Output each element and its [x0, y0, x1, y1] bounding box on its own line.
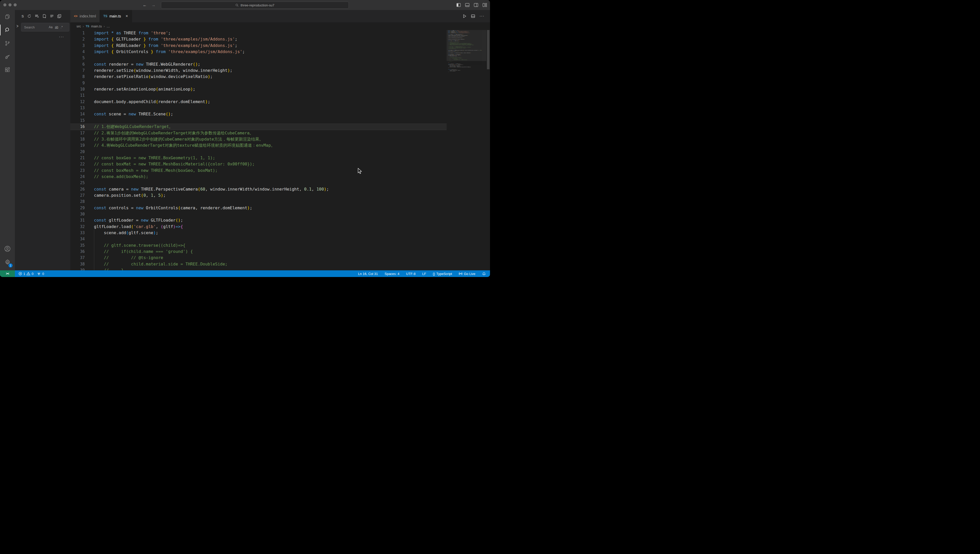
toggle-primary-sidebar-icon[interactable]	[456, 3, 461, 7]
code-line[interactable]: 2import { GLTFLoader } from 'three/examp…	[70, 36, 447, 42]
code-line[interactable]: 14const scene = new THREE.Scene();	[70, 111, 447, 117]
toggle-secondary-sidebar-icon[interactable]	[474, 3, 478, 7]
code-line[interactable]: 36 // if(child.name === 'ground') {	[70, 248, 447, 255]
breadcrumb-item-src[interactable]: src	[77, 24, 81, 28]
clear-search-results-icon[interactable]	[35, 14, 39, 18]
code-line[interactable]: 1import * as THREE from 'three';	[70, 30, 447, 36]
code-line[interactable]: 27camera.position.set(0, 1, 5);	[70, 193, 447, 199]
line-number: 25	[70, 180, 85, 186]
breadcrumb-item-file[interactable]: main.ts	[91, 24, 102, 28]
customize-layout-icon[interactable]	[482, 3, 487, 7]
tab-index-html[interactable]: <> index.html	[70, 10, 100, 22]
code-line[interactable]: 21// const boxGeo = new THREE.BoxGeometr…	[70, 155, 447, 161]
code-line[interactable]: 30	[70, 211, 447, 217]
breadcrumb: src › TS main.ts › …	[70, 22, 490, 30]
code-line[interactable]: 3import { RGBELoader } from 'three/examp…	[70, 43, 447, 49]
code-line[interactable]: 15	[70, 118, 447, 124]
search-input[interactable]	[24, 25, 48, 30]
code-line[interactable]: 39 // }	[70, 267, 447, 270]
more-actions-icon[interactable]: ···	[479, 14, 484, 19]
settings-button[interactable]: 1	[0, 255, 15, 269]
code-line[interactable]: 10renderer.setAnimationLoop(animationLoo…	[70, 86, 447, 92]
code-line[interactable]: 5	[70, 55, 447, 61]
toggle-search-details-button[interactable]: ···	[15, 35, 70, 39]
code-line[interactable]: 31const gltfLoader = new GLTFLoader();	[70, 217, 447, 223]
code-line[interactable]: 32gltfLoader.load('car.glb', (gltf)=>{	[70, 224, 447, 230]
sidebar-item-explorer[interactable]	[0, 10, 15, 23]
history-back-button[interactable]: ←	[143, 3, 147, 8]
indentation-indicator[interactable]: Spaces: 4	[385, 272, 399, 276]
code-line[interactable]: 8renderer.setPixelRatio(window.devicePix…	[70, 73, 447, 80]
go-live-button[interactable]: Go Live	[459, 272, 476, 276]
ports-indicator[interactable]: 0	[37, 272, 44, 276]
line-number: 14	[70, 111, 85, 117]
code-line[interactable]: 33 scene.add(gltf.scene);	[70, 230, 447, 236]
code-line[interactable]: 16// 1.创建WebgGLCubeRenderTarget。	[70, 124, 447, 130]
code-line[interactable]: 22// const boxMat = new THREE.MeshBasicM…	[70, 161, 447, 167]
code-line[interactable]: 28	[70, 199, 447, 205]
code-line[interactable]: 23// const boxMesh = new THREE.Mesh(boxG…	[70, 167, 447, 174]
notifications-bell-icon[interactable]	[482, 272, 486, 276]
line-number: 27	[70, 193, 85, 199]
error-count: 1	[23, 272, 25, 276]
sidebar-item-run-debug[interactable]	[0, 50, 15, 63]
code-line[interactable]: 4import { OrbitControls } from 'three/ex…	[70, 49, 447, 55]
match-case-toggle[interactable]: Aa	[49, 25, 53, 29]
sidebar-item-search[interactable]	[0, 23, 15, 37]
eol-indicator[interactable]: LF	[422, 272, 426, 276]
problems-indicator[interactable]: 1 0	[19, 272, 34, 276]
zoom-window-button[interactable]	[14, 3, 17, 6]
sidebar-item-extensions[interactable]	[0, 63, 15, 77]
view-as-list-icon[interactable]	[50, 14, 54, 18]
code-line[interactable]: 24// scene.add(boxMesh);	[70, 174, 447, 180]
close-window-button[interactable]	[3, 3, 6, 6]
sidebar-item-source-control[interactable]	[0, 37, 15, 50]
command-center-search[interactable]: three-reproduction-su7	[161, 2, 349, 9]
run-file-icon[interactable]	[463, 14, 467, 18]
line-number: 12	[70, 99, 85, 105]
code-line[interactable]: 13	[70, 105, 447, 111]
regex-toggle[interactable]: .*	[61, 25, 62, 29]
tab-main-ts[interactable]: TS main.ts ×	[100, 10, 132, 22]
scrollbar-thumb[interactable]	[487, 30, 490, 69]
code-line[interactable]: 18// 3.在帧循环中调用第2步中创建的CubeCamera对象的update…	[70, 136, 447, 142]
collapse-all-icon[interactable]	[57, 14, 61, 18]
language-mode-indicator[interactable]: {} TypeScript	[433, 272, 452, 276]
expand-search-details-chevron[interactable]: >	[16, 23, 19, 29]
whole-word-toggle[interactable]: ab	[55, 25, 58, 29]
code-line[interactable]: 19// 4.将WebgGLCubeRenderTarget对象的texture…	[70, 142, 447, 148]
code-line[interactable]: 34	[70, 236, 447, 242]
cursor-position-indicator[interactable]: Ln 16, Col 31	[358, 272, 378, 276]
close-tab-icon[interactable]: ×	[126, 14, 128, 19]
code-line[interactable]: 26const camera = new THREE.PerspectiveCa…	[70, 186, 447, 193]
code-editor[interactable]: 1import * as THREE from 'three';2import …	[70, 30, 490, 270]
code-line[interactable]: 17// 2.将第1步创建的WebgGLCubeRenderTarget对象作为…	[70, 130, 447, 136]
code-line[interactable]: 12document.body.appendChild(renderer.dom…	[70, 99, 447, 105]
code-line[interactable]: 11	[70, 92, 447, 99]
code-lines[interactable]: 1import * as THREE from 'three';2import …	[70, 30, 447, 270]
radio-tower-icon	[37, 272, 41, 275]
code-line[interactable]: 35 // gltf.scene.traverse((child)=>{	[70, 242, 447, 248]
encoding-indicator[interactable]: UTF-8	[406, 272, 415, 276]
search-input-box[interactable]: Aa ab .*	[21, 23, 69, 32]
breadcrumb-item-symbol[interactable]: …	[107, 24, 110, 28]
code-line[interactable]: 25	[70, 180, 447, 186]
split-editor-icon[interactable]	[471, 14, 475, 18]
open-new-search-editor-icon[interactable]	[42, 14, 46, 19]
code-line[interactable]: 37 // // @ts-ignore	[70, 255, 447, 261]
code-line[interactable]: 6const renderer = new THREE.WebGLRendere…	[70, 61, 447, 67]
accounts-button[interactable]	[0, 242, 15, 255]
code-line[interactable]: 20	[70, 149, 447, 155]
minimize-window-button[interactable]	[8, 3, 11, 6]
code-line[interactable]: 38 // child.material.side = THREE.Double…	[70, 261, 447, 267]
vertical-scrollbar[interactable]	[487, 30, 490, 270]
code-line[interactable]: 7renderer.setSize(window.innerWidth, win…	[70, 67, 447, 73]
minimap[interactable]: import * as THREE from 'three';import { …	[447, 30, 487, 270]
history-forward-button[interactable]: →	[152, 3, 156, 8]
line-number: 39	[70, 267, 85, 270]
code-line[interactable]: 9	[70, 80, 447, 86]
remote-indicator[interactable]: ><	[0, 270, 15, 277]
refresh-icon[interactable]	[27, 14, 31, 18]
code-line[interactable]: 29const controls = new OrbitControls(cam…	[70, 205, 447, 211]
toggle-panel-icon[interactable]	[465, 3, 469, 7]
